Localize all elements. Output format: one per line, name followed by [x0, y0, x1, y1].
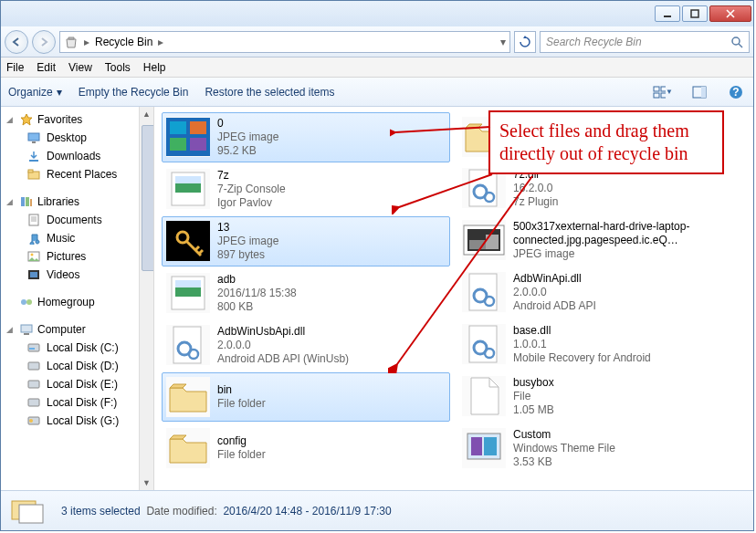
scroll-down-icon[interactable]: ▼ [140, 476, 153, 490]
file-meta: 500x317xexternal-hard-drive-laptop-conne… [513, 220, 741, 261]
file-line3: 95.2 KB [217, 144, 278, 158]
svg-rect-37 [190, 121, 206, 134]
disk-icon [26, 340, 41, 355]
menu-view[interactable]: View [68, 61, 92, 74]
disk-icon [26, 377, 41, 392]
nav-item-disk-f[interactable]: Local Disk (F:) [1, 393, 153, 412]
svg-rect-29 [29, 348, 35, 350]
file-item[interactable]: adb2016/11/8 15:38800 KB [162, 268, 450, 319]
file-item[interactable]: CustomWindows Theme File3.53 KB [457, 423, 746, 474]
svg-rect-68 [19, 505, 43, 523]
view-options-button[interactable]: ▼ [653, 82, 673, 102]
menu-edit[interactable]: Edit [37, 61, 56, 74]
back-button[interactable] [5, 30, 28, 54]
file-meta: AdbWinUsbApi.dll2.0.0.0Android ADB API (… [217, 325, 349, 366]
file-meta: AdbWinApi.dll2.0.0.0Android ADB API [513, 272, 596, 313]
file-item[interactable]: 3rdFile folder [457, 112, 746, 162]
file-line3: 7z Plugin [513, 195, 558, 209]
nav-homegroup-head[interactable]: ◢Homegroup [1, 293, 153, 311]
nav-libraries-head[interactable]: ◢Libraries [1, 193, 153, 211]
file-name: base.dll [513, 324, 651, 338]
file-thumb [166, 273, 210, 313]
file-name: 7z.dll [513, 168, 558, 182]
nav-item-downloads[interactable]: Downloads [1, 147, 153, 165]
nav-item-disk-e[interactable]: Local Disk (E:) [1, 375, 153, 393]
svg-rect-16 [21, 197, 25, 206]
nav-item-desktop[interactable]: Desktop [1, 129, 153, 147]
computer-icon [19, 322, 34, 337]
search-input[interactable]: Search Recycle Bin [540, 31, 750, 53]
refresh-button[interactable] [514, 31, 536, 53]
svg-rect-66 [484, 437, 497, 455]
file-thumb [462, 220, 506, 260]
collapse-icon: ◢ [6, 325, 16, 334]
nav-scrollbar[interactable]: ▲ ▼ [139, 107, 153, 490]
nav-item-recent[interactable]: Recent Places [1, 165, 153, 183]
svg-rect-47 [175, 287, 201, 297]
file-meta: configFile folder [217, 428, 266, 468]
address-bar[interactable]: ▸ Recycle Bin ▸ ▾ [59, 31, 510, 53]
file-thumb [166, 325, 210, 365]
nav-item-disk-g[interactable]: Local Disk (G:) [1, 412, 153, 430]
disk-icon [26, 359, 41, 373]
file-item[interactable]: AdbWinUsbApi.dll2.0.0.0Android ADB API (… [162, 320, 450, 371]
nav-item-pictures[interactable]: Pictures [1, 247, 153, 266]
menu-file[interactable]: File [6, 61, 24, 74]
preview-pane-button[interactable] [689, 82, 709, 102]
file-item[interactable]: 7z.dll16.2.0.07z Plugin [457, 163, 746, 214]
file-item[interactable]: 7z7-Zip ConsoleIgor Pavlov [162, 164, 450, 214]
file-item[interactable]: configFile folder [162, 423, 450, 473]
file-line3: Android ADB API [513, 299, 596, 313]
file-thumb [166, 377, 210, 417]
help-button[interactable]: ? [726, 82, 746, 102]
address-dropdown-icon[interactable]: ▾ [500, 36, 506, 48]
file-item[interactable]: 13JPEG image897 bytes [162, 216, 450, 266]
file-list[interactable]: 0JPEG image95.2 KB7z7-Zip ConsoleIgor Pa… [154, 107, 753, 490]
menubar: File Edit View Tools Help [1, 57, 753, 78]
menu-tools[interactable]: Tools [105, 61, 131, 74]
nav-item-disk-c[interactable]: Local Disk (C:) [1, 339, 153, 357]
restore-selected-button[interactable]: Restore the selected items [205, 86, 334, 99]
breadcrumb[interactable]: Recycle Bin [95, 36, 152, 48]
file-item[interactable]: AdbWinApi.dll2.0.0.0Android ADB API [457, 267, 746, 318]
nav-item-documents[interactable]: Documents [1, 211, 153, 229]
nav-computer-head[interactable]: ◢Computer [1, 320, 153, 339]
nav-item-disk-d[interactable]: Local Disk (D:) [1, 357, 153, 375]
file-item[interactable]: binFile folder [162, 372, 450, 422]
nav-item-videos[interactable]: Videos [1, 266, 153, 284]
minimize-button[interactable] [655, 5, 680, 22]
svg-rect-8 [701, 87, 706, 98]
close-button[interactable] [709, 5, 751, 22]
svg-rect-31 [28, 381, 39, 388]
file-meta: 0JPEG image95.2 KB [217, 117, 278, 158]
svg-rect-56 [469, 240, 488, 249]
nav-item-music[interactable]: Music [1, 229, 153, 247]
file-thumb [462, 117, 506, 157]
maximize-button[interactable] [682, 5, 708, 22]
svg-rect-15 [28, 170, 33, 172]
navbar: ▸ Recycle Bin ▸ ▾ Search Recycle Bin [1, 26, 753, 57]
file-meta: 7z.dll16.2.0.07z Plugin [513, 168, 558, 209]
file-line3: Android ADB API (WinUsb) [217, 352, 349, 366]
scroll-up-icon[interactable]: ▲ [140, 107, 153, 121]
file-item[interactable]: base.dll1.0.0.1Mobile Recovery for Andro… [457, 319, 746, 370]
explorer-window: ▸ Recycle Bin ▸ ▾ Search Recycle Bin Fil… [0, 0, 754, 531]
svg-rect-32 [28, 399, 39, 406]
menu-help[interactable]: Help [143, 61, 166, 74]
nav-favorites-head[interactable]: ◢Favorites [1, 110, 153, 129]
scroll-thumb[interactable] [142, 125, 154, 271]
file-name: AdbWinUsbApi.dll [217, 325, 349, 339]
svg-point-2 [732, 37, 740, 45]
file-item[interactable]: 0JPEG image95.2 KB [162, 112, 450, 162]
svg-rect-65 [471, 437, 482, 455]
forward-button[interactable] [32, 30, 56, 54]
homegroup-icon [19, 295, 34, 309]
svg-point-25 [26, 299, 32, 305]
statusbar: 3 items selected Date modified: 2016/4/2… [1, 490, 753, 530]
pictures-icon [26, 249, 41, 264]
svg-point-21 [31, 254, 34, 256]
file-item[interactable]: 500x317xexternal-hard-drive-laptop-conne… [457, 215, 746, 266]
empty-recycle-bin-button[interactable]: Empty the Recycle Bin [79, 86, 189, 99]
organize-button[interactable]: Organize ▾ [8, 86, 62, 99]
file-item[interactable]: busyboxFile1.05 MB [457, 371, 746, 422]
